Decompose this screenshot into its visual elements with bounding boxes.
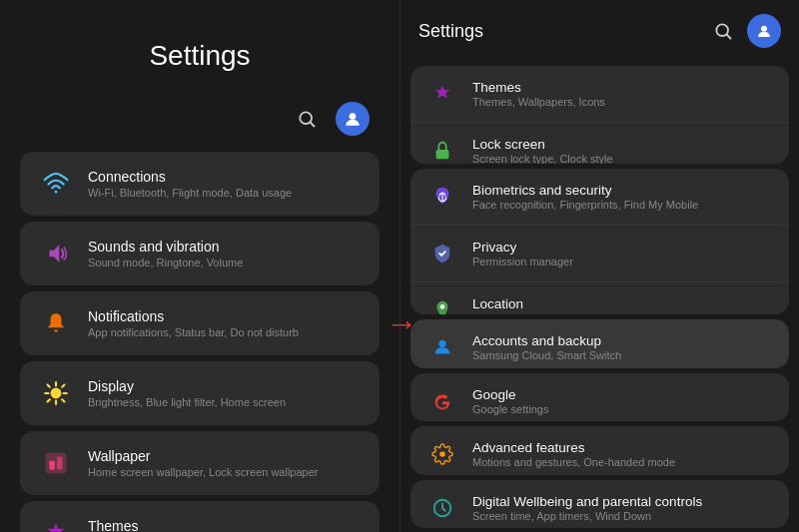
right-item-accounts[interactable]: Accounts and backup Samsung Cloud, Smart… <box>410 319 789 367</box>
display-subtitle: Brightness, Blue light filter, Home scre… <box>88 396 286 408</box>
connections-subtitle: Wi-Fi, Bluetooth, Flight mode, Data usag… <box>88 187 292 199</box>
right-digital-text: Digital Wellbeing and parental controls … <box>472 494 702 522</box>
right-advanced-title: Advanced features <box>472 440 675 455</box>
right-section-6: Digital Wellbeing and parental controls … <box>410 480 789 528</box>
right-item-privacy[interactable]: Privacy Permission manager <box>410 226 789 282</box>
notifications-subtitle: App notifications, Status bar, Do not di… <box>88 326 299 338</box>
wallpaper-subtitle: Home screen wallpaper, Lock screen wallp… <box>88 466 319 478</box>
right-themes-text: Themes Themes, Wallpapers, Icons <box>472 80 605 108</box>
right-biometrics-title: Biometrics and security <box>472 183 698 198</box>
right-themes-title: Themes <box>472 80 605 95</box>
right-google-text: Google Google settings <box>472 387 548 415</box>
right-digital-subtitle: Screen time, App timers, Wind Down <box>472 510 702 522</box>
biometric-icon <box>431 186 453 208</box>
right-item-advanced[interactable]: Advanced features Motions and gestures, … <box>410 426 789 474</box>
left-settings-list: Connections Wi-Fi, Bluetooth, Flight mod… <box>20 152 380 532</box>
svg-point-24 <box>439 451 445 457</box>
right-accounts-icon-wrap <box>426 331 458 363</box>
lock-icon <box>431 140 453 162</box>
svg-line-13 <box>48 399 50 401</box>
display-icon-wrap <box>38 375 74 411</box>
svg-point-3 <box>55 191 58 194</box>
connections-icon-wrap <box>38 166 74 202</box>
left-search-row <box>20 102 380 136</box>
svg-line-18 <box>727 35 731 39</box>
left-search-button[interactable] <box>290 102 324 136</box>
svg-point-22 <box>440 304 445 309</box>
notifications-icon <box>43 310 69 336</box>
right-section-4: Google Google settings <box>410 373 789 421</box>
wifi-icon <box>43 171 69 197</box>
right-location-icon-wrap <box>426 294 458 315</box>
right-location-subtitle: Location settings, Location requests <box>472 312 648 315</box>
svg-marker-4 <box>50 245 60 262</box>
right-search-button[interactable] <box>713 21 733 41</box>
right-item-google[interactable]: Google Google settings <box>410 373 789 421</box>
right-google-subtitle: Google settings <box>472 403 548 415</box>
themes-text: Themes Themes, Wallpapers, Icons <box>88 518 221 532</box>
right-settings-list: Themes Themes, Wallpapers, Icons Lock sc… <box>400 62 799 532</box>
svg-line-1 <box>311 123 315 127</box>
right-section-1: Themes Themes, Wallpapers, Icons Lock sc… <box>410 66 789 164</box>
right-privacy-subtitle: Permission manager <box>472 256 573 267</box>
sounds-title: Sounds and vibration <box>88 239 243 255</box>
right-section-3: Accounts and backup Samsung Cloud, Smart… <box>410 319 789 367</box>
right-item-lockscreen[interactable]: Lock screen Screen lock type, Clock styl… <box>410 123 789 164</box>
sounds-icon-wrap <box>38 236 74 271</box>
sound-icon <box>43 241 69 266</box>
settings-item-notifications[interactable]: Notifications App notifications, Status … <box>20 291 380 355</box>
left-panel: Settings <box>0 0 400 532</box>
svg-point-23 <box>438 340 445 347</box>
svg-point-5 <box>51 388 62 399</box>
settings-item-themes[interactable]: Themes Themes, Wallpapers, Icons <box>20 501 380 532</box>
connections-text: Connections Wi-Fi, Bluetooth, Flight mod… <box>88 169 292 199</box>
right-google-icon-wrap <box>426 385 458 417</box>
svg-rect-14 <box>46 453 66 473</box>
notifications-text: Notifications App notifications, Status … <box>88 308 299 338</box>
red-arrow-indicator: → <box>386 305 417 342</box>
right-themes-icon <box>431 83 453 105</box>
right-biometric-icon-wrap <box>426 181 458 213</box>
right-lock-subtitle: Screen lock type, Clock style <box>472 153 613 164</box>
google-icon <box>431 390 453 412</box>
display-icon <box>43 380 69 406</box>
right-privacy-title: Privacy <box>472 240 573 255</box>
right-privacy-text: Privacy Permission manager <box>472 240 573 267</box>
right-item-themes[interactable]: Themes Themes, Wallpapers, Icons <box>410 66 789 123</box>
right-item-biometrics[interactable]: Biometrics and security Face recognition… <box>410 169 789 226</box>
themes-icon <box>43 520 69 532</box>
settings-item-display[interactable]: Display Brightness, Blue light filter, H… <box>20 361 380 425</box>
right-item-location[interactable]: Location Location settings, Location req… <box>410 282 789 315</box>
settings-item-connections[interactable]: Connections Wi-Fi, Bluetooth, Flight mod… <box>20 152 380 216</box>
settings-item-wallpaper[interactable]: Wallpaper Home screen wallpaper, Lock sc… <box>20 431 380 495</box>
svg-line-10 <box>48 385 50 387</box>
right-privacy-icon-wrap <box>426 238 458 269</box>
right-avatar[interactable] <box>747 14 781 48</box>
advanced-icon <box>431 443 453 465</box>
sounds-text: Sounds and vibration Sound mode, Rington… <box>88 239 243 268</box>
right-header-title: Settings <box>418 21 483 42</box>
sounds-subtitle: Sound mode, Ringtone, Volume <box>88 257 243 268</box>
right-lock-icon-wrap <box>426 135 458 164</box>
privacy-icon <box>431 243 453 265</box>
location-icon <box>431 299 453 315</box>
right-header: Settings <box>400 0 799 62</box>
svg-point-2 <box>350 113 357 120</box>
right-item-digital[interactable]: Digital Wellbeing and parental controls … <box>410 480 789 528</box>
right-biometrics-text: Biometrics and security Face recognition… <box>472 183 698 211</box>
avatar-icon <box>343 109 363 129</box>
themes-icon-wrap <box>38 515 74 532</box>
wallpaper-icon <box>43 450 69 476</box>
right-google-title: Google <box>472 387 548 402</box>
display-text: Display Brightness, Blue light filter, H… <box>88 378 286 408</box>
right-lock-title: Lock screen <box>472 137 613 152</box>
right-section-2: Biometrics and security Face recognition… <box>410 169 789 315</box>
svg-rect-16 <box>57 457 62 470</box>
left-avatar[interactable] <box>336 102 370 136</box>
digital-icon <box>431 497 453 519</box>
settings-item-sounds[interactable]: Sounds and vibration Sound mode, Rington… <box>20 222 380 285</box>
right-themes-subtitle: Themes, Wallpapers, Icons <box>472 96 605 108</box>
right-themes-icon-wrap <box>426 78 458 110</box>
notifications-title: Notifications <box>88 308 299 324</box>
display-title: Display <box>88 378 286 394</box>
